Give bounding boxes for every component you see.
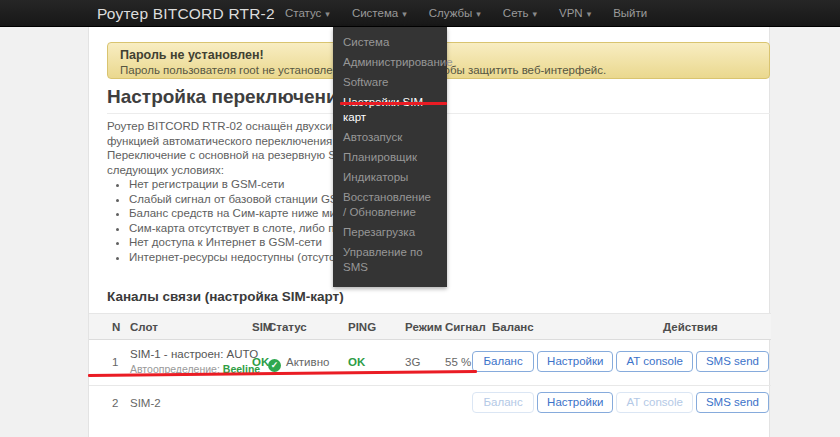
list-item: Слабый сигнал от базовой станции GSM-сет…: [129, 192, 527, 207]
balance-button: Баланс: [472, 392, 534, 413]
menu-item-sms-control[interactable]: Управление по SMS: [333, 243, 447, 277]
row-actions: Баланс Настройки AT console SMS send: [472, 392, 769, 413]
table-row-sim1: 1 SIM-1 - настроен: AUTO Автоопределение…: [89, 341, 771, 385]
menu-item-administration[interactable]: Администрирование: [333, 53, 447, 72]
ping-status: OK: [348, 356, 365, 368]
table-row-sim2: 2 SIM-2 Баланс Настройки AT console SMS …: [89, 385, 771, 425]
nav-item-label: VPN: [559, 7, 583, 19]
nav-item-network[interactable]: Сеть▾: [492, 0, 548, 27]
col-header-ping: PING: [348, 321, 376, 333]
navbar: Роутер BITCORD RTR-2 Статус▾ Система▾ Сл…: [0, 0, 840, 27]
menu-item-restore-update[interactable]: Восстановление / Обновление: [333, 188, 447, 222]
nav-item-services[interactable]: Службы▾: [418, 0, 492, 27]
settings-button[interactable]: Настройки: [537, 392, 613, 413]
check-circle-icon: ✓: [268, 359, 281, 372]
row-number: 2: [112, 397, 118, 409]
sms-send-button[interactable]: SMS send: [696, 351, 769, 372]
signal-level: 55 %: [445, 356, 471, 368]
at-console-button[interactable]: AT console: [616, 351, 692, 372]
slot-name: SIM-1 - настроен: AUTO: [130, 348, 258, 360]
annotation-underline-menu: [340, 102, 447, 105]
list-item: Нет доступа к Интернет в GSM-сети: [129, 235, 527, 250]
list-item: Интернет-ресурсы недоступны (отсутствует…: [129, 250, 527, 265]
menu-item-system[interactable]: Система: [333, 33, 447, 52]
nav-item-system[interactable]: Система▾: [341, 0, 418, 27]
col-header-mode: Режим: [405, 321, 442, 333]
row-actions: Баланс Настройки AT console SMS send: [472, 351, 769, 372]
col-header-balance: Баланс: [492, 321, 534, 333]
menu-item-reboot[interactable]: Перезагрузка: [333, 223, 447, 242]
col-header-signal: Сигнал: [445, 321, 486, 333]
nav-item-status[interactable]: Статус▾: [274, 0, 341, 27]
balance-button[interactable]: Баланс: [472, 351, 534, 372]
menu-item-autorun[interactable]: Автозапуск: [333, 128, 447, 147]
menu-item-sim-settings[interactable]: Настройки SIM карт: [333, 93, 447, 127]
row-number: 1: [112, 356, 118, 368]
list-item: Баланс средств на Сим-карте ниже минимум…: [129, 206, 527, 221]
table-header-row: N Слот SIM Статус PING Режим Сигнал Бала…: [89, 313, 771, 340]
list-item: Сим-карта отсутствует в слоте, либо повр…: [129, 221, 527, 236]
nav-item-vpn[interactable]: VPN▾: [548, 0, 602, 27]
app-title: Роутер BITCORD RTR-2: [97, 0, 275, 27]
col-header-slot: Слот: [130, 321, 158, 333]
status-label: Активно: [286, 356, 329, 368]
caret-down-icon: ▾: [532, 9, 537, 19]
nav-item-label: Статус: [285, 7, 321, 19]
caret-down-icon: ▾: [476, 9, 481, 19]
at-console-button: AT console: [616, 392, 692, 413]
menu-item-scheduler[interactable]: Планировщик: [333, 148, 447, 167]
nav-item-label: Сеть: [503, 7, 529, 19]
slot-name: SIM-2: [130, 397, 161, 409]
table-section-title: Каналы связи (настройка SIM-карт): [107, 289, 344, 304]
network-mode: 3G: [405, 356, 420, 368]
nav-item-label: Система: [352, 7, 398, 19]
system-dropdown-menu: Система Администрирование Software Настр…: [333, 27, 447, 287]
settings-button[interactable]: Настройки: [537, 351, 613, 372]
col-header-actions: Действия: [663, 321, 718, 333]
sim-status: OK: [252, 356, 269, 368]
status-cell: ✓Активно: [268, 356, 329, 372]
menu-item-software[interactable]: Software: [333, 73, 447, 92]
nav-item-label: Службы: [429, 7, 473, 19]
nav-item-label: Выйти: [613, 7, 647, 19]
sms-send-button[interactable]: SMS send: [696, 392, 769, 413]
caret-down-icon: ▾: [587, 9, 592, 19]
nav-item-logout[interactable]: Выйти: [602, 0, 658, 27]
menu-item-indicators[interactable]: Индикаторы: [333, 168, 447, 187]
switch-conditions-list: Нет регистрации в GSM-сети Слабый сигнал…: [107, 177, 527, 265]
list-item: Нет регистрации в GSM-сети: [129, 177, 527, 192]
col-header-n: N: [112, 321, 120, 333]
nav-menu: Статус▾ Система▾ Службы▾ Сеть▾ VPN▾ Выйт…: [274, 0, 658, 27]
caret-down-icon: ▾: [402, 9, 407, 19]
caret-down-icon: ▾: [325, 9, 330, 19]
col-header-status: Статус: [268, 321, 307, 333]
